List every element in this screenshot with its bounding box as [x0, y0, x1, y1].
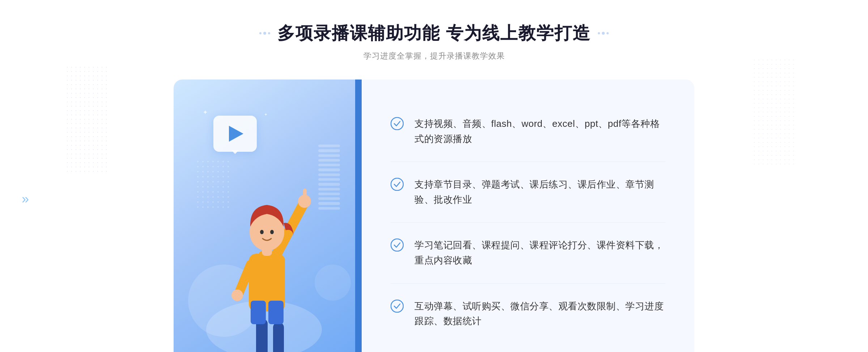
- header-section: 多项录播课辅助功能 专为线上教学打造 学习进度全掌握，提升录播课教学效果: [259, 22, 608, 61]
- features-panel: 支持视频、音频、flash、word、excel、ppt、pdf等各种格式的资源…: [362, 80, 694, 352]
- feature-text-4: 互动弹幕、试听购买、微信分享、观看次数限制、学习进度跟踪、数据统计: [414, 299, 665, 329]
- svg-rect-2: [273, 322, 284, 352]
- svg-point-15: [270, 230, 274, 234]
- star-decoration-1: ✦: [203, 108, 208, 116]
- svg-point-14: [260, 230, 264, 234]
- feature-item-2: 支持章节目录、弹题考试、课后练习、课后作业、章节测验、批改作业: [391, 162, 665, 223]
- check-icon-3: [391, 239, 404, 252]
- svg-point-18: [391, 117, 403, 130]
- svg-point-21: [391, 300, 403, 312]
- dots-decoration-left: [65, 65, 109, 173]
- illustration-panel: ✦ ✦: [174, 80, 362, 352]
- check-icon-2: [391, 178, 404, 191]
- feature-item-1: 支持视频、音频、flash、word、excel、ppt、pdf等各种格式的资源…: [391, 101, 665, 162]
- check-icon-4: [391, 300, 404, 313]
- main-title: 多项录播课辅助功能 专为线上教学打造: [277, 22, 590, 45]
- check-icon-1: [391, 117, 404, 130]
- arrow-decoration-left: »: [22, 192, 29, 207]
- subtitle: 学习进度全掌握，提升录播课教学效果: [259, 51, 608, 61]
- svg-rect-9: [303, 189, 307, 202]
- blue-bar-decoration: [355, 80, 362, 352]
- dots-decoration-right: [752, 58, 796, 166]
- header-decorators: 多项录播课辅助功能 专为线上教学打造: [259, 22, 608, 45]
- feature-text-2: 支持章节目录、弹题考试、课后练习、课后作业、章节测验、批改作业: [414, 177, 665, 207]
- feature-text-3: 学习笔记回看、课程提问、课程评论打分、课件资料下载，重点内容收藏: [414, 238, 665, 268]
- content-area: ✦ ✦: [174, 80, 694, 352]
- svg-rect-17: [268, 301, 284, 324]
- play-bubble: [213, 116, 257, 152]
- dot-3: [268, 32, 270, 34]
- svg-rect-16: [251, 301, 266, 324]
- svg-point-11: [231, 289, 243, 301]
- svg-point-19: [391, 178, 403, 190]
- page-wrapper: » 多项录播课辅助功能 专为线上教学打造 学习进度全掌握，提升录播课教学效果: [0, 0, 868, 352]
- decorator-dots-right: [598, 32, 609, 35]
- dot-1: [259, 32, 261, 34]
- feature-item-3: 学习笔记回看、课程提问、课程评论打分、课件资料下载，重点内容收藏: [391, 223, 665, 283]
- person-illustration: [203, 156, 326, 352]
- feature-text-1: 支持视频、音频、flash、word、excel、ppt、pdf等各种格式的资源…: [414, 116, 665, 146]
- dot-5: [602, 32, 605, 35]
- play-icon: [229, 126, 243, 142]
- dot-6: [607, 32, 609, 34]
- feature-item-4: 互动弹幕、试听购买、微信分享、观看次数限制、学习进度跟踪、数据统计: [391, 284, 665, 344]
- star-decoration-2: ✦: [264, 112, 268, 117]
- dot-4: [598, 32, 600, 34]
- svg-point-20: [391, 239, 403, 251]
- decorator-dots-left: [259, 32, 270, 35]
- dot-2: [263, 32, 266, 35]
